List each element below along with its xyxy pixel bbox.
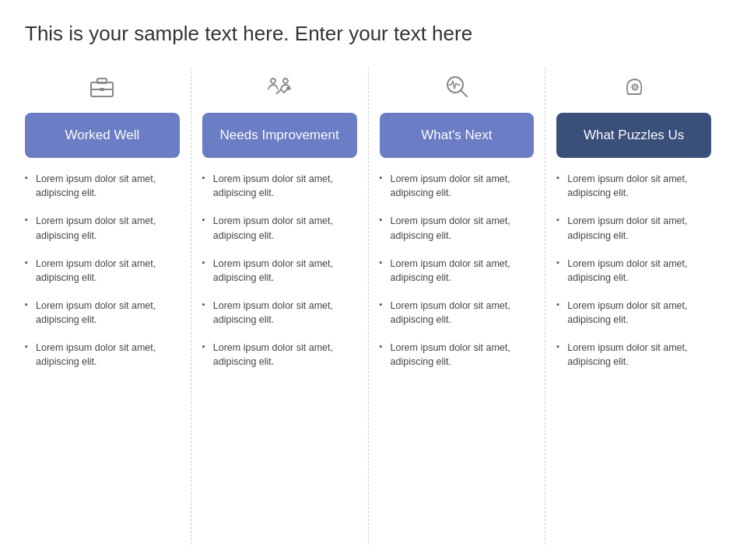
icon-area-1: [25, 68, 180, 105]
svg-line-15: [637, 89, 637, 89]
svg-point-4: [271, 79, 275, 83]
header-what-puzzles-us: What Puzzles Us: [556, 113, 711, 158]
columns-container: Worked Well Lorem ipsum dolor sit amet, …: [25, 68, 722, 544]
list-worked-well: Lorem ipsum dolor sit amet, adipiscing e…: [25, 172, 180, 544]
list-item: Lorem ipsum dolor sit amet, adipiscing e…: [25, 257, 180, 285]
icon-area-3: [380, 68, 535, 105]
svg-point-5: [283, 79, 288, 83]
svg-rect-3: [100, 88, 104, 91]
list-item: Lorem ipsum dolor sit amet, adipiscing e…: [202, 172, 357, 200]
list-item: Lorem ipsum dolor sit amet, adipiscing e…: [202, 341, 357, 369]
page-title: This is your sample text here. Enter you…: [25, 22, 722, 46]
head-gear-icon: [620, 72, 648, 100]
svg-line-14: [632, 85, 633, 86]
list-item: Lorem ipsum dolor sit amet, adipiscing e…: [25, 299, 180, 327]
list-item: Lorem ipsum dolor sit amet, adipiscing e…: [556, 214, 711, 242]
list-item: Lorem ipsum dolor sit amet, adipiscing e…: [25, 172, 180, 200]
list-whats-next: Lorem ipsum dolor sit amet, adipiscing e…: [380, 172, 535, 544]
list-item: Lorem ipsum dolor sit amet, adipiscing e…: [380, 257, 535, 285]
icon-area-4: [556, 68, 711, 105]
list-needs-improvement: Lorem ipsum dolor sit amet, adipiscing e…: [202, 172, 357, 544]
svg-rect-1: [97, 79, 107, 83]
list-item: Lorem ipsum dolor sit amet, adipiscing e…: [380, 341, 535, 369]
svg-line-16: [637, 85, 637, 86]
list-item: Lorem ipsum dolor sit amet, adipiscing e…: [556, 172, 711, 200]
svg-line-7: [461, 91, 467, 97]
search-chart-icon: [443, 72, 471, 100]
group-chart-icon: [265, 72, 293, 100]
column-whats-next: What's Next Lorem ipsum dolor sit amet, …: [369, 68, 546, 544]
header-needs-improvement: Needs Improvement: [202, 113, 357, 158]
briefcase-icon: [88, 72, 116, 100]
header-worked-well: Worked Well: [25, 113, 180, 158]
list-item: Lorem ipsum dolor sit amet, adipiscing e…: [25, 341, 180, 369]
page: This is your sample text here. Enter you…: [0, 0, 747, 560]
list-item: Lorem ipsum dolor sit amet, adipiscing e…: [556, 257, 711, 285]
icon-area-2: [202, 68, 357, 105]
list-item: Lorem ipsum dolor sit amet, adipiscing e…: [202, 214, 357, 242]
list-item: Lorem ipsum dolor sit amet, adipiscing e…: [556, 299, 711, 327]
column-worked-well: Worked Well Lorem ipsum dolor sit amet, …: [25, 68, 191, 544]
column-needs-improvement: Needs Improvement Lorem ipsum dolor sit …: [191, 68, 369, 544]
column-what-puzzles-us: What Puzzles Us Lorem ipsum dolor sit am…: [545, 68, 722, 544]
list-item: Lorem ipsum dolor sit amet, adipiscing e…: [25, 214, 180, 242]
list-what-puzzles-us: Lorem ipsum dolor sit amet, adipiscing e…: [556, 172, 711, 544]
list-item: Lorem ipsum dolor sit amet, adipiscing e…: [380, 214, 535, 242]
header-whats-next: What's Next: [380, 113, 535, 158]
svg-point-9: [634, 86, 636, 88]
list-item: Lorem ipsum dolor sit amet, adipiscing e…: [556, 341, 711, 369]
list-item: Lorem ipsum dolor sit amet, adipiscing e…: [202, 257, 357, 285]
list-item: Lorem ipsum dolor sit amet, adipiscing e…: [380, 172, 535, 200]
svg-line-17: [632, 89, 633, 89]
list-item: Lorem ipsum dolor sit amet, adipiscing e…: [380, 299, 535, 327]
list-item: Lorem ipsum dolor sit amet, adipiscing e…: [202, 299, 357, 327]
